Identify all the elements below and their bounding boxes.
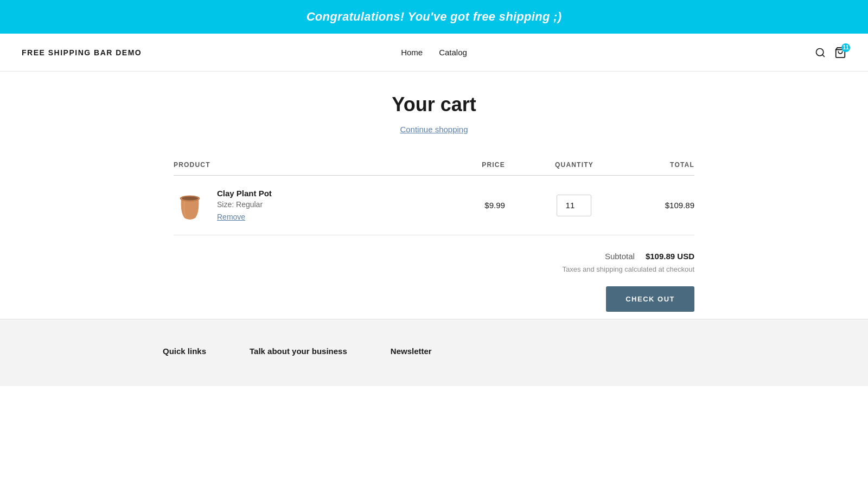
col-header-quantity: QUANTITY — [527, 156, 622, 176]
svg-line-1 — [822, 54, 825, 56]
product-price: $9.99 — [484, 201, 505, 210]
product-name: Clay Plant Pot — [217, 189, 272, 198]
subtotal-label: Subtotal — [605, 252, 635, 261]
cart-count-badge: 11 — [841, 43, 850, 52]
header-icons: 11 — [815, 47, 846, 59]
taxes-note: Taxes and shipping calculated at checkou… — [174, 265, 694, 273]
footer-col-quicklinks: Quick links — [163, 346, 206, 364]
product-info: Clay Plant Pot Size: Regular Remove — [217, 189, 272, 222]
product-image — [174, 189, 206, 222]
col-header-total: TOTAL — [622, 156, 694, 176]
site-footer: Quick links Talk about your business New… — [0, 319, 868, 386]
main-content: Your cart Continue shopping PRODUCT PRIC… — [163, 72, 705, 319]
free-shipping-text: Congratulations! You've got free shippin… — [307, 10, 562, 23]
checkout-button[interactable]: CHECK OUT — [606, 286, 694, 312]
footer-quicklinks-title: Quick links — [163, 346, 206, 356]
footer-columns: Quick links Talk about your business New… — [163, 346, 705, 364]
quantity-input[interactable] — [557, 195, 591, 216]
col-header-product: PRODUCT — [174, 156, 416, 176]
search-button[interactable] — [815, 47, 826, 58]
price-cell: $9.99 — [416, 176, 527, 235]
page-title: Your cart — [174, 93, 694, 116]
table-row: Clay Plant Pot Size: Regular Remove $9.9… — [174, 176, 694, 235]
col-header-price: PRICE — [416, 156, 527, 176]
footer-col-newsletter: Newsletter — [391, 346, 432, 364]
footer-newsletter-title: Newsletter — [391, 346, 432, 356]
nav-home[interactable]: Home — [401, 48, 423, 57]
svg-point-5 — [182, 196, 198, 200]
footer-business-title: Talk about your business — [250, 346, 347, 356]
total-cell: $109.89 — [622, 176, 694, 235]
free-shipping-banner: Congratulations! You've got free shippin… — [0, 0, 868, 34]
product-pot-image — [176, 191, 204, 220]
continue-shopping-link[interactable]: Continue shopping — [174, 125, 694, 134]
footer-col-business: Talk about your business — [250, 346, 347, 364]
table-header-row: PRODUCT PRICE QUANTITY TOTAL — [174, 156, 694, 176]
nav-catalog[interactable]: Catalog — [439, 48, 467, 57]
subtotal-section: Subtotal $109.89 USD Taxes and shipping … — [174, 252, 694, 273]
product-variant: Size: Regular — [217, 200, 272, 209]
cart-button[interactable]: 11 — [834, 47, 846, 59]
subtotal-row: Subtotal $109.89 USD — [174, 252, 694, 261]
site-header: FREE SHIPPING BAR DEMO Home Catalog 11 — [0, 34, 868, 72]
site-logo: FREE SHIPPING BAR DEMO — [22, 48, 142, 57]
search-icon — [815, 47, 826, 58]
quantity-cell — [527, 176, 622, 235]
subtotal-value: $109.89 USD — [646, 252, 694, 261]
cart-table: PRODUCT PRICE QUANTITY TOTAL — [174, 156, 694, 235]
remove-item-button[interactable]: Remove — [217, 213, 245, 221]
product-cell: Clay Plant Pot Size: Regular Remove — [174, 176, 416, 235]
main-nav: Home Catalog — [401, 48, 467, 57]
product-total: $109.89 — [665, 201, 694, 210]
